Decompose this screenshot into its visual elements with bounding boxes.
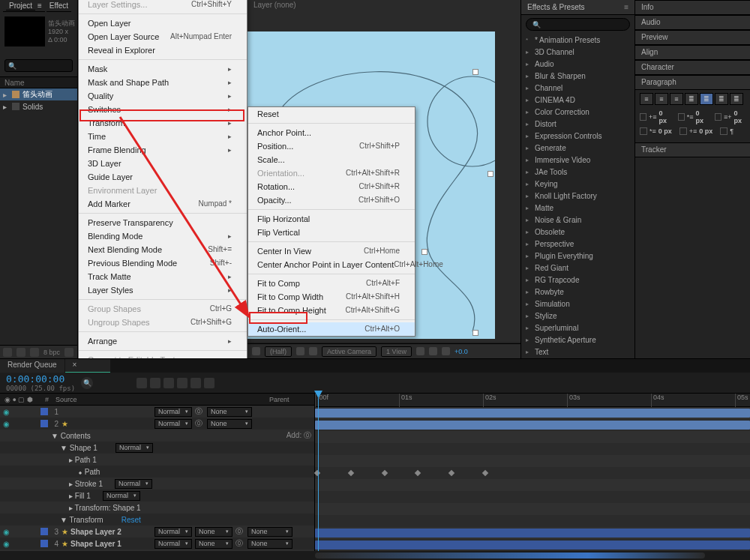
view-opt-icon[interactable] (442, 347, 450, 355)
tl-tool-icon[interactable] (164, 378, 174, 388)
effects-category[interactable]: CINEMA 4D (521, 94, 634, 106)
effects-category[interactable]: Generate (521, 142, 634, 154)
project-item-folder[interactable]: ▸ Solids (0, 100, 77, 112)
keyframe-icon[interactable] (448, 470, 454, 476)
timeline-layer-row[interactable]: ◉3★Shape Layer 2NormalNone⓪None (0, 526, 314, 538)
menu-item[interactable]: Mask and Shape Path (79, 76, 247, 89)
keyframe-icon[interactable] (314, 470, 320, 476)
indent-left-field[interactable]: +≡ 0 px (640, 109, 670, 124)
tab-effect[interactable]: Effect (46, 1, 71, 12)
project-column-name[interactable]: Name (0, 76, 77, 88)
menu-item[interactable]: Guide Layer (79, 170, 247, 184)
timeline-track[interactable] (315, 419, 750, 431)
align-center-icon[interactable]: ≡ (655, 93, 668, 105)
tab-project[interactable]: Project ≡ (3, 1, 45, 12)
menu-item[interactable]: Switches (79, 103, 247, 116)
timeline-layer-row[interactable]: ◉2★Normal⓪None (0, 418, 314, 430)
timeline-track[interactable] (315, 491, 750, 503)
timeline-layer-list[interactable]: ◉ ● ▢ ⬢ # Source Parent ◉1Normal⓪None◉2★… (0, 394, 315, 560)
effects-category[interactable]: Noise & Grain (521, 214, 634, 226)
menu-item[interactable]: Mask (79, 62, 247, 76)
effects-category[interactable]: RG Trapcode (521, 274, 634, 286)
effects-category[interactable]: Superluminal (521, 322, 634, 334)
effects-category[interactable]: Expression Controls (521, 130, 634, 142)
trash-icon[interactable] (64, 348, 74, 357)
tl-tool-icon[interactable] (150, 378, 160, 388)
timeline-track[interactable] (315, 527, 750, 539)
panel-info-header[interactable]: Info (635, 0, 750, 15)
magnify-icon[interactable] (252, 347, 260, 355)
timeline-layer-row[interactable]: ◉4★Shape Layer 1NormalNone⓪None (0, 538, 314, 550)
viewer-tab[interactable]: Layer (none) (248, 0, 520, 12)
menu-item[interactable]: Open Layer SourceAlt+Numpad Enter (79, 30, 247, 43)
tl-tool-icon[interactable] (204, 378, 214, 388)
timeline-track[interactable] (315, 431, 750, 443)
menu-item[interactable]: Quality (79, 89, 247, 103)
view-opt-icon[interactable] (429, 347, 437, 355)
timeline-layer-row[interactable]: ▼ TransformReset (0, 514, 314, 526)
menu-item[interactable]: Fit to Comp WidthCtrl+Alt+Shift+H (248, 290, 415, 304)
panel-audio-header[interactable]: Audio (635, 15, 750, 30)
timeline-layer-row[interactable]: ⬥ Path (0, 466, 314, 478)
menu-item[interactable]: Arrange (79, 334, 247, 348)
menu-item[interactable]: Scale... (248, 153, 415, 166)
menu-item[interactable]: Track Matte (79, 270, 247, 283)
effects-category[interactable]: Perspective (521, 238, 634, 250)
project-bpc[interactable]: 8 bpc (44, 349, 60, 356)
effects-category[interactable]: Audio (521, 58, 634, 70)
justify-full-icon[interactable]: ≣ (730, 93, 743, 105)
effects-category[interactable]: Plugin Everything (521, 250, 634, 262)
menu-item[interactable]: Add MarkerNumpad * (79, 197, 247, 211)
effects-category[interactable]: Distort (521, 118, 634, 130)
panel-paragraph-header[interactable]: Paragraph (635, 75, 750, 90)
menu-item[interactable]: Frame Blending (79, 143, 247, 157)
indent-right-field[interactable]: ≡+ 0 px (715, 109, 746, 124)
tl-tool-icon[interactable] (177, 378, 188, 388)
menu-item[interactable]: Transform (79, 116, 247, 130)
keyframe-icon[interactable] (482, 470, 488, 476)
effects-category[interactable]: * Animation Presets (521, 34, 634, 46)
menu-item[interactable]: Fit to Comp HeightCtrl+Alt+Shift+G (248, 304, 415, 317)
effects-category[interactable]: Rowbyte (521, 286, 634, 298)
tab-render-queue[interactable]: Render Queue (0, 359, 64, 373)
effects-category[interactable]: 3D Channel (521, 46, 634, 58)
folder-icon[interactable] (16, 348, 26, 357)
timeline-layer-row[interactable]: ▼ ContentsAdd: ⓪ (0, 430, 314, 442)
timeline-zoom-slider[interactable] (315, 553, 705, 559)
effects-category[interactable]: Immersive Video (521, 154, 634, 166)
resolution-dropdown[interactable]: (Half) (265, 346, 292, 357)
align-left-icon[interactable]: ≡ (640, 93, 653, 105)
menu-item[interactable]: Flip Vertical (248, 226, 415, 239)
keyframe-icon[interactable] (415, 470, 421, 476)
exposure-value[interactable]: +0.0 (454, 348, 468, 355)
timeline-track[interactable] (315, 515, 750, 527)
menu-item[interactable]: Center Anchor Point in Layer ContentCtrl… (248, 258, 415, 271)
menu-item[interactable]: Anchor Point... (248, 126, 415, 139)
rtl-icon[interactable]: ¶ (720, 127, 734, 135)
timeline-search-icon[interactable]: 🔍 (81, 377, 93, 389)
menu-item[interactable]: Blending Mode (79, 229, 247, 243)
menu-item[interactable]: Reset (248, 107, 415, 121)
tab-comp[interactable]: × (65, 359, 110, 373)
justify-right-icon[interactable]: ≣ (715, 93, 728, 105)
timeline-layer-row[interactable]: ▸ Path 1 (0, 454, 314, 466)
effects-category[interactable]: Channel (521, 82, 634, 94)
effects-category[interactable]: Obsolete (521, 226, 634, 238)
space-before-field[interactable]: *≡ 0 px (640, 127, 672, 135)
effects-category[interactable]: JAe Tools (521, 166, 634, 178)
effects-category[interactable]: Color Correction (521, 106, 634, 118)
current-time-indicator[interactable] (318, 394, 319, 560)
effects-category[interactable]: Stylize (521, 310, 634, 322)
effects-category[interactable]: Text (521, 346, 634, 356)
view-dropdown[interactable]: 1 View (381, 346, 412, 357)
comp-icon[interactable] (30, 348, 39, 357)
grid-icon[interactable] (296, 347, 304, 355)
effects-category-list[interactable]: * Animation Presets3D ChannelAudioBlur &… (521, 34, 634, 356)
effects-category[interactable]: Keying (521, 178, 634, 190)
effects-category[interactable]: Matte (521, 202, 634, 214)
project-search-input[interactable] (4, 59, 73, 72)
align-right-icon[interactable]: ≡ (670, 93, 683, 105)
camera-dropdown[interactable]: Active Camera (322, 346, 376, 357)
justify-center-icon[interactable]: ≣ (700, 93, 713, 105)
tl-tool-icon[interactable] (136, 378, 147, 388)
